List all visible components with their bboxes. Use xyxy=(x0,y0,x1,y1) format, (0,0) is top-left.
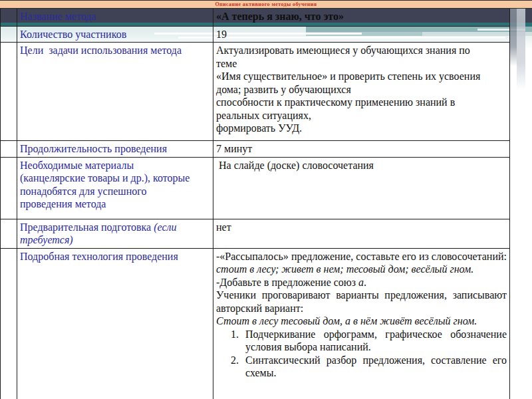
row-value-goals: Актуализировать имеющиеся у обучающихся … xyxy=(213,43,510,141)
spacer-cell xyxy=(1,219,17,248)
table-row-participants: Количество участников 19 xyxy=(1,26,510,43)
technology-task-list: Подчеркивание орфограмм, графическое обо… xyxy=(216,328,507,380)
spacer-cell xyxy=(1,43,17,141)
row-label-duration: Продолжительность проведения xyxy=(17,141,213,158)
row-label-technology: Подробная технология проведения xyxy=(17,248,213,399)
step-1-text: -«Рассыпалось» предложение, составьте ег… xyxy=(216,251,507,262)
technology-step-2: -Добавьте в предложение союз а. xyxy=(216,276,507,289)
method-description-table: Название метода «А теперь я знаю, что эт… xyxy=(0,9,510,399)
slide-title: Описание активного методы обучения xyxy=(215,2,317,7)
technology-step-1: -«Рассыпалось» предложение, составьте ег… xyxy=(216,250,507,276)
table-row-name: Название метода «А теперь я знаю, что эт… xyxy=(1,9,510,26)
step-2-text: -Добавьте в предложение союз xyxy=(216,277,358,288)
spacer-cell xyxy=(1,26,17,43)
preparation-label-text: Предварительная подготовка xyxy=(20,221,154,233)
step-2-conjunction: а xyxy=(358,277,364,288)
background-vertical-stripe xyxy=(517,0,525,90)
spacer-cell xyxy=(1,248,17,399)
answer-sentence-italic: Стоит в лесу тесовый дом, а в нём живёт … xyxy=(216,315,477,327)
task-list-item: Подчеркивание орфограмм, графическое обо… xyxy=(241,328,507,354)
row-value-participants: 19 xyxy=(213,26,510,43)
slide: Описание активного методы обучения Назва… xyxy=(0,0,532,399)
row-label-preparation: Предварительная подготовка (если требует… xyxy=(17,219,213,248)
row-value-technology: -«Рассыпалось» предложение, составьте ег… xyxy=(213,248,510,399)
row-value-duration: 7 минут xyxy=(213,141,510,158)
task-list-item: Синтаксический разбор предложения, соста… xyxy=(241,354,507,380)
table-row-technology: Подробная технология проведения -«Рассып… xyxy=(1,248,510,399)
spacer-cell xyxy=(1,9,17,26)
background-vertical-stripe xyxy=(510,0,517,66)
row-label-participants: Количество участников xyxy=(17,26,213,43)
table-row-goals: Цели задачи использования метода Актуали… xyxy=(1,43,510,141)
row-value-name: «А теперь я знаю, что это» xyxy=(213,9,510,26)
table-row-duration: Продолжительность проведения 7 минут xyxy=(1,141,510,158)
row-label-goals: Цели задачи использования метода xyxy=(17,43,213,141)
step-1-phrases: стоит в лесу; живет в нем; тесовый дом; … xyxy=(216,263,473,275)
slide-title-bar: Описание активного методы обучения xyxy=(0,0,532,9)
row-value-preparation: нет xyxy=(213,219,510,248)
table-row-materials: Необходимые материалы (канцелярские това… xyxy=(1,157,510,219)
spacer-cell xyxy=(1,141,17,158)
technology-answer-sentence: Стоит в лесу тесовый дом, а в нём живёт … xyxy=(216,315,507,328)
table-row-preparation: Предварительная подготовка (если требует… xyxy=(1,219,510,248)
spacer-cell xyxy=(1,157,17,219)
step-2-period: . xyxy=(364,277,366,288)
row-label-name: Название метода xyxy=(17,9,213,26)
technology-step-3: Ученики проговаривают варианты предложен… xyxy=(216,289,507,315)
row-label-materials: Необходимые материалы (канцелярские това… xyxy=(17,157,213,219)
row-value-materials: На слайде (доске) словосочетания xyxy=(213,157,510,219)
